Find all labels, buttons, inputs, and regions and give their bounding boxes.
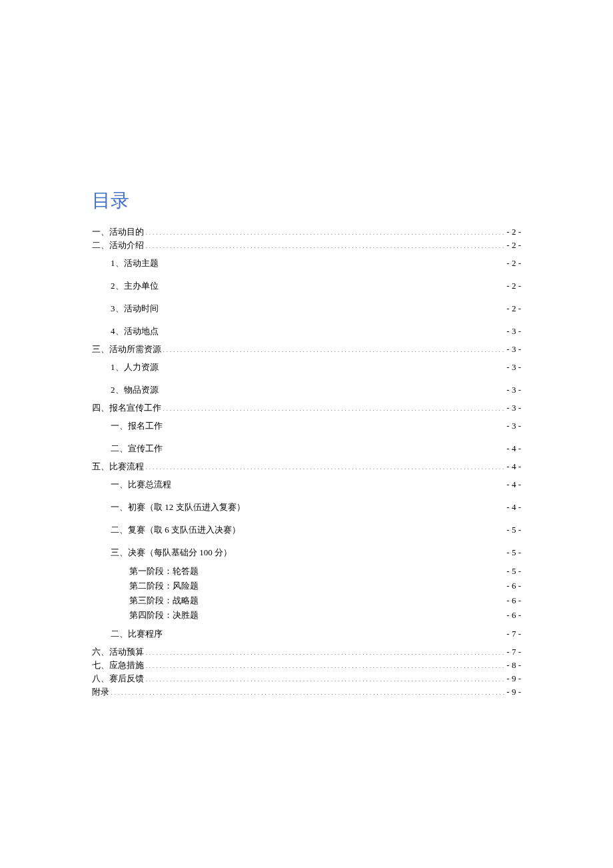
toc-entry-page: - 4 - [506, 460, 521, 473]
toc-entry-page: - 6 - [506, 579, 521, 593]
toc-dots [173, 479, 505, 487]
toc-entry-page: - 7 - [506, 623, 521, 645]
toc-entry-page: - 4 - [506, 437, 521, 460]
toc-entry-page: - 8 - [506, 659, 521, 672]
toc-entry-text: 第二阶段：风险题 [129, 579, 199, 593]
toc-entry[interactable]: 二、宣传工作- 4 - [111, 437, 521, 460]
toc-entry-page: - 4 - [506, 473, 521, 496]
toc-entry-page: - 7 - [506, 645, 521, 659]
toc-entry-page: - 2 - [506, 239, 521, 252]
toc-entry[interactable]: 附录- 9 - [92, 685, 521, 699]
toc-entry[interactable]: 七、应急措施- 8 - [92, 659, 521, 672]
toc-entry-page: - 3 - [506, 343, 521, 356]
toc-dots [145, 673, 505, 681]
toc-entry[interactable]: 二、复赛（取 6 支队伍进入决赛）- 5 - [111, 519, 521, 541]
toc-entry-text: 附录 [92, 685, 109, 699]
toc-entry-page: - 3 - [506, 320, 521, 343]
toc-dots [200, 580, 505, 589]
toc-entry-page: - 9 - [506, 672, 521, 685]
toc-entry[interactable]: 3、活动时间- 2 - [111, 297, 521, 320]
toc-entry-text: 六、活动预算 [92, 645, 144, 659]
toc-entry-text: 4、活动地点 [111, 320, 159, 343]
toc-dots [160, 325, 506, 334]
toc-entry-page: - 2 - [506, 297, 521, 320]
toc-entry[interactable]: 第一阶段：轮答题- 5 - [129, 564, 521, 579]
toc-entry[interactable]: 二、比赛程序- 7 - [111, 623, 521, 645]
toc-dots [160, 384, 506, 393]
toc-dots [164, 628, 505, 637]
toc-dots [164, 420, 505, 429]
toc-dots [164, 443, 505, 451]
toc-entry-text: 二、比赛程序 [111, 623, 163, 645]
toc-dots [145, 239, 505, 248]
toc-entry-text: 2、物品资源 [111, 379, 159, 401]
toc-entry[interactable]: 第二阶段：风险题- 6 - [129, 579, 521, 593]
toc-entry[interactable]: 三、活动所需资源- 3 - [92, 343, 521, 356]
toc-dots [247, 501, 506, 510]
toc-entry[interactable]: 二、活动介绍- 2 - [92, 239, 521, 252]
toc-entry-page: - 3 - [506, 379, 521, 401]
toc-dots [242, 524, 505, 533]
toc-entry[interactable]: 一、比赛总流程- 4 - [111, 473, 521, 496]
toc-entry-text: 第三阶段：战略题 [129, 593, 199, 608]
toc-entry-page: - 5 - [506, 541, 521, 564]
toc-entry-text: 1、人力资源 [111, 356, 159, 379]
toc-dots [145, 646, 505, 655]
toc-entry-text: 2、主办单位 [111, 275, 159, 297]
toc-entry-text: 七、应急措施 [92, 659, 144, 672]
toc-entry[interactable]: 第四阶段：决胜题- 6 - [129, 608, 521, 623]
toc-entry-text: 一、报名工作 [111, 415, 163, 437]
toc-dots [145, 226, 505, 235]
toc-entry[interactable]: 三、决赛（每队基础分 100 分）- 5 - [111, 541, 521, 564]
toc-entry-page: - 2 - [506, 252, 521, 275]
toc-entry[interactable]: 一、报名工作- 3 - [111, 415, 521, 437]
toc-entry[interactable]: 八、赛后反馈- 9 - [92, 672, 521, 685]
toc-dots [200, 595, 505, 603]
toc-entry-text: 3、活动时间 [111, 297, 159, 320]
toc-entry[interactable]: 一、活动目的- 2 - [92, 225, 521, 239]
toc-entry[interactable]: 第三阶段：战略题- 6 - [129, 593, 521, 608]
toc-entry[interactable]: 1、活动主题- 2 - [111, 252, 521, 275]
toc-entry-page: - 5 - [506, 519, 521, 541]
toc-entry-text: 一、比赛总流程 [111, 473, 171, 496]
toc-entry-page: - 6 - [506, 593, 521, 608]
toc-entry-text: 二、复赛（取 6 支队伍进入决赛） [111, 519, 241, 541]
toc-entry-text: 第一阶段：轮答题 [129, 564, 199, 579]
toc-dots [200, 609, 505, 618]
toc-entry-page: - 2 - [506, 225, 521, 239]
toc-entry[interactable]: 1、人力资源- 3 - [111, 356, 521, 379]
toc-entry-page: - 6 - [506, 608, 521, 623]
toc-entry-text: 四、报名宣传工作 [92, 401, 161, 415]
toc-entry-page: - 2 - [506, 275, 521, 297]
toc-entry-text: 二、宣传工作 [111, 437, 163, 460]
toc-entry-text: 1、活动主题 [111, 252, 159, 275]
toc-container: 一、活动目的- 2 -二、活动介绍- 2 -1、活动主题- 2 -2、主办单位-… [92, 225, 521, 699]
toc-entry[interactable]: 五、比赛流程- 4 - [92, 460, 521, 473]
toc-dots [200, 565, 505, 574]
toc-dots [160, 280, 506, 289]
toc-entry[interactable]: 四、报名宣传工作- 3 - [92, 401, 521, 415]
toc-dots [163, 343, 505, 352]
toc-dots [160, 303, 506, 311]
toc-entry-text: 一、活动目的 [92, 225, 144, 239]
toc-dots [160, 257, 506, 266]
toc-dots [145, 659, 505, 668]
toc-dots [233, 547, 505, 555]
toc-entry-page: - 3 - [506, 401, 521, 415]
toc-entry-page: - 4 - [506, 496, 521, 519]
toc-entry-page: - 3 - [506, 415, 521, 437]
toc-entry[interactable]: 2、主办单位- 2 - [111, 275, 521, 297]
toc-entry[interactable]: 2、物品资源- 3 - [111, 379, 521, 401]
toc-entry-text: 一、初赛（取 12 支队伍进入复赛） [111, 496, 245, 519]
toc-dots [163, 402, 505, 411]
toc-entry-text: 三、活动所需资源 [92, 343, 161, 356]
toc-entry[interactable]: 4、活动地点- 3 - [111, 320, 521, 343]
toc-dots [160, 361, 506, 370]
toc-title: 目录 [92, 188, 521, 213]
toc-entry-text: 三、决赛（每队基础分 100 分） [111, 541, 232, 564]
toc-entry-text: 第四阶段：决胜题 [129, 608, 199, 623]
toc-entry[interactable]: 六、活动预算- 7 - [92, 645, 521, 659]
toc-entry-text: 八、赛后反馈 [92, 672, 144, 685]
toc-entry[interactable]: 一、初赛（取 12 支队伍进入复赛）- 4 - [111, 496, 521, 519]
toc-dots [111, 686, 505, 695]
